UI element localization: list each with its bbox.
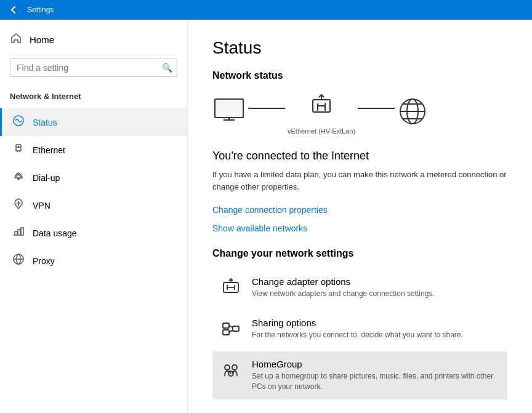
settings-item-sharing-text: Sharing options For the networks you con… xyxy=(252,318,463,340)
status-icon xyxy=(12,114,25,130)
home-icon xyxy=(10,32,22,47)
sidebar: Home 🔍 Network & Internet Status xyxy=(0,20,188,413)
svg-rect-16 xyxy=(223,323,229,328)
settings-item-homegroup-desc: Set up a homegroup to share pictures, mu… xyxy=(252,371,498,392)
sidebar-item-vpn-label: VPN xyxy=(33,201,50,211)
adapter-icon xyxy=(220,278,242,302)
data-usage-icon xyxy=(12,225,25,241)
globe-icon xyxy=(397,96,428,132)
svg-rect-18 xyxy=(233,326,239,331)
sidebar-item-dialup[interactable]: Dial-up xyxy=(0,164,187,191)
show-networks-link[interactable]: Show available networks xyxy=(212,223,507,233)
settings-item-homegroup-text: HomeGroup Set up a homegroup to share pi… xyxy=(252,359,498,392)
change-connection-link[interactable]: Change connection properties xyxy=(212,205,507,215)
main-layout: Home 🔍 Network & Internet Status xyxy=(0,20,532,413)
vpn-icon xyxy=(12,198,25,213)
sidebar-item-data-usage[interactable]: Data usage xyxy=(0,219,187,247)
titlebar: Settings xyxy=(0,0,532,20)
settings-item-adapter[interactable]: Change adapter options View network adap… xyxy=(212,269,507,309)
nd-router-label: vEthernet (HV-ExtLan) xyxy=(288,127,355,135)
network-diagram: vEthernet (HV-ExtLan) xyxy=(212,94,507,135)
sharing-icon xyxy=(220,319,242,343)
page-title: Status xyxy=(212,38,507,58)
sidebar-item-vpn[interactable]: VPN xyxy=(0,191,187,219)
connected-desc: If you have a limited data plan, you can… xyxy=(212,169,507,193)
sidebar-item-proxy[interactable]: Proxy xyxy=(0,247,187,275)
search-input[interactable] xyxy=(10,58,177,77)
nd-internet xyxy=(397,96,428,132)
sidebar-item-status[interactable]: Status xyxy=(0,108,187,136)
settings-item-sharing[interactable]: Sharing options For the networks you con… xyxy=(212,310,507,350)
settings-item-adapter-title: Change adapter options xyxy=(252,276,435,287)
sidebar-home-label: Home xyxy=(30,34,54,45)
settings-item-sharing-desc: For the networks you connect to, decide … xyxy=(252,330,463,340)
nd-line-2 xyxy=(358,108,395,109)
computer-icon xyxy=(212,97,246,129)
settings-item-adapter-text: Change adapter options View network adap… xyxy=(252,276,435,299)
sidebar-item-proxy-label: Proxy xyxy=(33,256,55,266)
sidebar-search-container: 🔍 xyxy=(10,58,177,77)
proxy-icon xyxy=(12,253,25,268)
network-status-title: Network status xyxy=(212,70,507,81)
svg-rect-17 xyxy=(223,330,229,335)
dialup-icon xyxy=(12,170,25,185)
sidebar-item-ethernet-label: Ethernet xyxy=(33,145,65,155)
homegroup-icon xyxy=(220,360,242,384)
svg-rect-8 xyxy=(215,99,243,118)
svg-point-2 xyxy=(18,178,20,180)
search-icon: 🔍 xyxy=(162,63,172,73)
nd-computer xyxy=(212,97,246,132)
nd-line-1 xyxy=(248,108,285,109)
settings-item-homegroup-title: HomeGroup xyxy=(252,359,498,369)
sidebar-item-status-label: Status xyxy=(33,118,57,127)
settings-item-sharing-title: Sharing options xyxy=(252,318,463,328)
nd-router: vEthernet (HV-ExtLan) xyxy=(288,94,355,135)
svg-point-20 xyxy=(232,365,237,370)
change-settings-title: Change your network settings xyxy=(212,248,507,259)
svg-point-19 xyxy=(225,365,230,370)
sidebar-section-title: Network & Internet xyxy=(0,87,187,106)
back-button[interactable] xyxy=(6,2,21,17)
sidebar-item-data-usage-label: Data usage xyxy=(33,228,77,238)
settings-item-homegroup[interactable]: HomeGroup Set up a homegroup to share pi… xyxy=(212,351,507,399)
sidebar-item-ethernet[interactable]: Ethernet xyxy=(0,136,187,164)
ethernet-icon xyxy=(12,142,25,158)
titlebar-title: Settings xyxy=(27,6,54,14)
sidebar-home-button[interactable]: Home xyxy=(0,26,187,54)
connected-title: You're connected to the Internet xyxy=(212,150,507,162)
settings-item-adapter-desc: View network adapters and change connect… xyxy=(252,289,435,299)
router-icon xyxy=(308,94,335,126)
sidebar-item-dialup-label: Dial-up xyxy=(33,173,60,183)
content-area: Status Network status xyxy=(188,20,532,413)
